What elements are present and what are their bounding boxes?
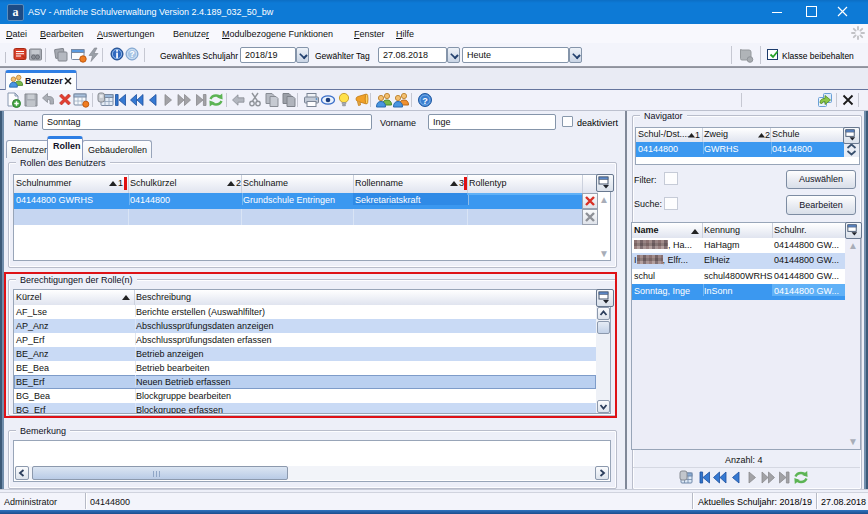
svg-text:?: ?	[422, 96, 428, 106]
svg-text:?: ?	[129, 49, 134, 59]
